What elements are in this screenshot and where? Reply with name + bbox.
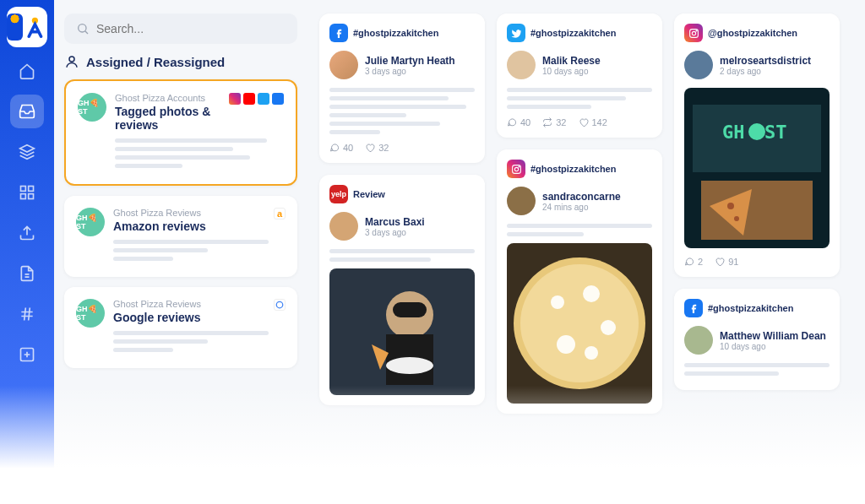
repost-count[interactable]: 32 <box>542 117 566 127</box>
like-count[interactable]: 142 <box>579 117 607 127</box>
stream-title: Tagged photos & reviews <box>115 105 229 132</box>
sidebar-nav <box>0 0 54 504</box>
svg-point-24 <box>585 346 598 360</box>
post-card[interactable]: yelp Review Marcus Baxi 3 days ago <box>319 175 485 405</box>
post-card[interactable]: #ghostpizzakitchen sandraconcarne 24 min… <box>497 149 662 414</box>
post-image: GHST <box>684 88 830 248</box>
post-image <box>507 243 652 404</box>
avatar <box>684 326 713 355</box>
post-card[interactable]: #ghostpizzakitchen Julie Martyn Heath 3 … <box>319 14 485 163</box>
nav-document[interactable] <box>10 257 44 290</box>
stream-card[interactable]: GH🍕ST Ghost Pizza Reviews Amazon reviews… <box>64 196 297 277</box>
svg-rect-13 <box>393 302 427 317</box>
post-card[interactable]: #ghostpizzakitchen Malik Reese 10 days a… <box>497 14 662 138</box>
comment-count[interactable]: 40 <box>507 117 530 127</box>
app-logo <box>7 7 47 47</box>
post-hashtag: #ghostpizzakitchen <box>530 28 616 38</box>
stream-meta: Ghost Pizza Reviews <box>113 299 201 309</box>
yelp-icon: yelp <box>329 185 348 203</box>
stream-platform-icons <box>229 93 284 105</box>
section-title: Assigned / Reassigned <box>86 55 225 69</box>
nav-hashtag[interactable] <box>10 297 44 331</box>
svg-point-15 <box>514 167 518 171</box>
svg-point-7 <box>69 57 74 62</box>
streams-panel: Assigned / Reassigned GH🍕ST Ghost Pizza … <box>54 0 307 504</box>
google-icon <box>274 299 286 311</box>
post-card[interactable]: #ghostpizzakitchen Matthew William Dean … <box>674 289 840 390</box>
twitter-icon <box>507 24 525 42</box>
svg-point-27 <box>695 30 696 30</box>
author-name: Matthew William Dean <box>720 330 826 342</box>
avatar <box>507 51 536 79</box>
search-bar[interactable] <box>64 14 297 44</box>
like-count[interactable]: 32 <box>365 143 389 153</box>
stream-avatar: GH🍕ST <box>78 93 106 122</box>
nav-home[interactable] <box>10 54 44 88</box>
feed-column: @ghostpizzakitchen melroseartsdistrict 2… <box>674 14 840 490</box>
svg-point-34 <box>727 203 734 209</box>
search-input[interactable] <box>96 22 286 35</box>
stream-card[interactable]: GH🍕ST Ghost Pizza Reviews Google reviews <box>64 287 297 368</box>
section-heading: Assigned / Reassigned <box>64 54 297 69</box>
stream-avatar: GH🍕ST <box>76 208 105 236</box>
youtube-icon <box>243 93 255 105</box>
avatar <box>329 212 358 241</box>
nav-upload[interactable] <box>10 216 44 250</box>
svg-text:ST: ST <box>764 122 787 143</box>
post-label: Review <box>353 189 385 199</box>
svg-point-12 <box>386 357 433 374</box>
timestamp: 10 days ago <box>720 342 826 351</box>
user-icon <box>64 54 79 69</box>
feed: #ghostpizzakitchen Julie Martyn Heath 3 … <box>307 0 865 504</box>
comment-count[interactable]: 40 <box>329 143 353 153</box>
nav-add[interactable] <box>10 338 44 371</box>
instagram-icon <box>507 160 525 178</box>
svg-point-21 <box>583 285 600 302</box>
amazon-icon: a <box>274 208 286 219</box>
stream-meta: Ghost Pizza Accounts <box>115 93 229 103</box>
timestamp: 3 days ago <box>365 67 455 76</box>
instagram-icon <box>684 24 703 42</box>
svg-point-6 <box>79 24 86 32</box>
svg-point-26 <box>692 31 695 35</box>
stream-card[interactable]: GH🍕ST Ghost Pizza Accounts Tagged photos… <box>64 79 297 186</box>
avatar <box>329 51 358 79</box>
post-hashtag: #ghostpizzakitchen <box>708 303 793 313</box>
svg-text:GH: GH <box>722 122 745 143</box>
facebook-icon <box>272 93 284 105</box>
svg-rect-4 <box>29 194 34 199</box>
feed-column: #ghostpizzakitchen Malik Reese 10 days a… <box>497 14 662 490</box>
facebook-icon <box>329 24 348 42</box>
avatar <box>507 187 536 215</box>
svg-point-16 <box>518 165 519 166</box>
svg-point-31 <box>748 123 765 140</box>
post-hashtag: #ghostpizzakitchen <box>530 164 616 174</box>
nav-grid[interactable] <box>10 176 44 209</box>
svg-point-22 <box>601 320 616 335</box>
svg-rect-1 <box>21 187 26 192</box>
facebook-icon <box>684 299 703 317</box>
post-hashtag: #ghostpizzakitchen <box>353 28 438 38</box>
stream-title: Amazon reviews <box>113 219 206 233</box>
post-image <box>329 268 475 395</box>
like-count[interactable]: 91 <box>715 257 738 267</box>
timestamp: 24 mins ago <box>542 203 621 212</box>
author-name: melroseartsdistrict <box>720 55 811 67</box>
post-card[interactable]: @ghostpizzakitchen melroseartsdistrict 2… <box>674 14 840 277</box>
svg-point-19 <box>520 264 639 382</box>
author-name: Malik Reese <box>542 55 601 67</box>
author-name: Marcus Baxi <box>365 216 425 228</box>
comment-count[interactable]: 2 <box>684 257 703 267</box>
nav-inbox[interactable] <box>10 95 44 128</box>
author-name: Julie Martyn Heath <box>365 55 455 67</box>
avatar <box>684 51 713 79</box>
svg-point-8 <box>276 301 283 308</box>
instagram-icon <box>229 93 241 105</box>
stream-title: Google reviews <box>113 311 201 324</box>
nav-layers[interactable] <box>10 135 44 169</box>
timestamp: 2 days ago <box>720 67 811 76</box>
timestamp: 3 days ago <box>365 228 425 237</box>
svg-rect-2 <box>29 187 34 192</box>
search-icon <box>76 22 90 35</box>
author-name: sandraconcarne <box>542 191 621 203</box>
